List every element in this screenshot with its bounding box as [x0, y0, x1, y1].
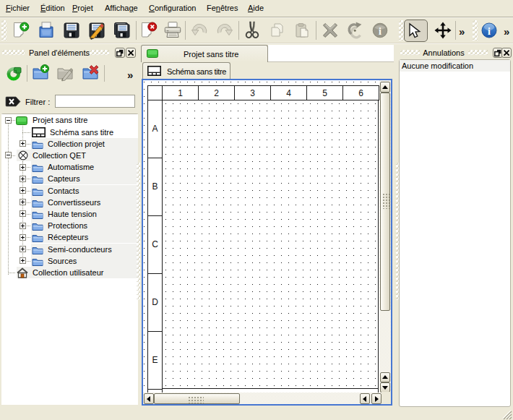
- svg-text:i: i: [488, 26, 491, 37]
- svg-text:i: i: [379, 26, 381, 37]
